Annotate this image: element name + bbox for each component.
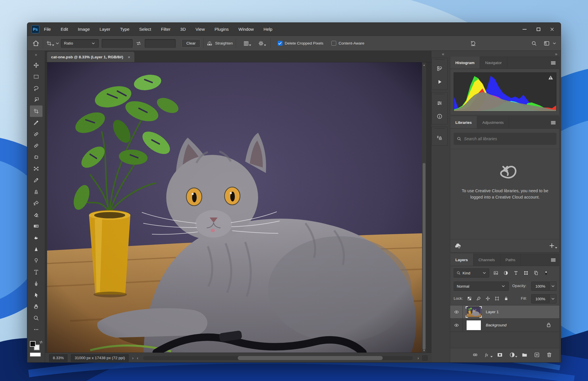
lasso-tool[interactable]: [30, 82, 42, 94]
opacity-control[interactable]: 100%: [531, 282, 556, 291]
tab-adjustments[interactable]: Adjustments: [477, 116, 509, 128]
layer-row-background[interactable]: Background: [450, 319, 559, 332]
menu-select[interactable]: Select: [139, 26, 151, 32]
crop-tool-preset-icon[interactable]: [46, 40, 52, 47]
straighten-icon[interactable]: [206, 40, 213, 47]
vertical-scroll-thumb[interactable]: [423, 163, 425, 350]
type-tool[interactable]: [30, 266, 42, 278]
toolbox-expand-icon[interactable]: »: [27, 51, 45, 58]
tab-navigator[interactable]: Navigator: [480, 57, 507, 69]
dock-grip[interactable]: [435, 94, 444, 96]
content-aware-checkbox[interactable]: [331, 41, 336, 46]
horizontal-scrollbar[interactable]: [143, 356, 413, 360]
layer-filter-kind[interactable]: Kind: [454, 268, 489, 278]
layer-name[interactable]: Background: [486, 323, 506, 327]
chevron-down-icon[interactable]: [55, 41, 60, 46]
layer-lock-icon[interactable]: [546, 322, 552, 328]
scroll-up-icon[interactable]: ▴: [422, 62, 426, 67]
tab-libraries[interactable]: Libraries: [450, 116, 477, 128]
marquee-tool[interactable]: [30, 71, 42, 82]
dock-grip[interactable]: [435, 59, 444, 61]
filter-type-layers-icon[interactable]: [513, 270, 519, 276]
patch-tool[interactable]: [30, 151, 42, 163]
search-icon[interactable]: [531, 40, 537, 47]
menu-plugins[interactable]: Plugins: [214, 26, 229, 32]
delete-cropped-pixels-option[interactable]: Delete Cropped Pixels: [278, 41, 323, 46]
menu-image[interactable]: Image: [78, 26, 90, 32]
history-panel-button[interactable]: [432, 62, 447, 75]
add-layer-mask-icon[interactable]: [497, 352, 503, 358]
collapse-dock-icon[interactable]: «: [442, 51, 444, 56]
menu-layer[interactable]: Layer: [100, 26, 111, 32]
menu-filter[interactable]: Filter: [161, 26, 171, 32]
blend-mode-select[interactable]: Normal: [454, 282, 509, 291]
layer-name[interactable]: Layer 1: [486, 310, 499, 314]
link-layers-icon[interactable]: [472, 352, 478, 358]
crop-height-input[interactable]: [145, 39, 176, 48]
eraser-tool[interactable]: [30, 209, 42, 220]
lock-transparent-pixels-icon[interactable]: [467, 296, 472, 301]
edit-toolbar-tool[interactable]: [30, 324, 42, 335]
close-button[interactable]: [545, 24, 559, 34]
lock-artboard-icon[interactable]: [494, 296, 500, 301]
lock-image-pixels-icon[interactable]: [476, 296, 481, 301]
crop-width-input[interactable]: [102, 39, 133, 48]
new-group-icon[interactable]: [521, 352, 528, 358]
eyedropper-tool[interactable]: [30, 117, 42, 128]
path-selection-tool[interactable]: [30, 289, 42, 301]
workspace-icon[interactable]: [543, 40, 550, 47]
healing-tool[interactable]: [30, 140, 42, 151]
zoom-tool[interactable]: [30, 312, 42, 324]
libraries-search[interactable]: [454, 133, 556, 145]
tab-paths[interactable]: Paths: [500, 254, 521, 266]
gradient-tool[interactable]: [30, 220, 42, 232]
panel-menu-icon[interactable]: [550, 257, 556, 263]
libraries-search-input[interactable]: [464, 136, 547, 141]
content-aware-option[interactable]: Content-Aware: [331, 41, 364, 46]
info-panel-button[interactable]: [432, 110, 447, 123]
menu-3d[interactable]: 3D: [180, 26, 186, 32]
reset-tool-icon[interactable]: [470, 40, 476, 47]
filter-toggle-icon[interactable]: [543, 270, 549, 276]
document-close-icon[interactable]: ×: [128, 55, 130, 59]
lock-all-icon[interactable]: [504, 296, 509, 301]
tab-channels[interactable]: Channels: [473, 254, 500, 266]
layer-visibility-toggle[interactable]: [450, 305, 463, 319]
clear-button[interactable]: Clear: [181, 39, 200, 48]
menu-edit[interactable]: Edit: [61, 26, 68, 32]
layer-visibility-toggle[interactable]: [450, 319, 463, 332]
menu-type[interactable]: Type: [120, 26, 129, 32]
actions-panel-button[interactable]: [432, 75, 447, 88]
swap-dimensions-icon[interactable]: [136, 40, 142, 47]
sharpen-tool[interactable]: [30, 243, 42, 255]
layer-row-layer-1[interactable]: Layer 1: [450, 305, 559, 319]
straighten-label[interactable]: Straighten: [215, 41, 233, 45]
pen-tool[interactable]: [30, 278, 42, 289]
panel-menu-icon[interactable]: [550, 120, 556, 126]
new-layer-icon[interactable]: [534, 352, 540, 358]
layer-thumbnail[interactable]: [466, 320, 481, 330]
scroll-left-icon[interactable]: ‹: [137, 356, 138, 360]
tool-presets-panel-button[interactable]: [432, 131, 447, 144]
filter-shape-layers-icon[interactable]: [523, 270, 529, 276]
new-adjustment-layer-icon[interactable]: [509, 352, 515, 358]
filter-smart-objects-icon[interactable]: [533, 270, 539, 276]
background-color-bar[interactable]: [30, 353, 41, 357]
crop-settings-gear-icon[interactable]: [258, 40, 264, 47]
menu-view[interactable]: View: [196, 26, 205, 32]
cloud-offline-icon[interactable]: [454, 242, 462, 250]
tab-layers[interactable]: Layers: [450, 254, 473, 266]
dodge-tool[interactable]: [30, 255, 42, 266]
lock-position-icon[interactable]: [485, 296, 490, 301]
histogram-warning-icon[interactable]: [548, 74, 554, 81]
crop-overlay-icon[interactable]: [243, 40, 249, 47]
tab-histogram[interactable]: Histogram: [450, 57, 480, 69]
delete-cropped-checkbox[interactable]: [278, 41, 283, 46]
hand-tool[interactable]: [30, 301, 42, 312]
ratio-select[interactable]: Ratio: [61, 39, 99, 48]
vertical-scrollbar[interactable]: ▴ ▾: [422, 62, 426, 353]
scroll-right-icon[interactable]: ›: [417, 356, 419, 360]
smudge-tool[interactable]: [30, 232, 42, 243]
content-aware-move-tool[interactable]: [30, 163, 42, 174]
delete-layer-icon[interactable]: [546, 352, 552, 358]
